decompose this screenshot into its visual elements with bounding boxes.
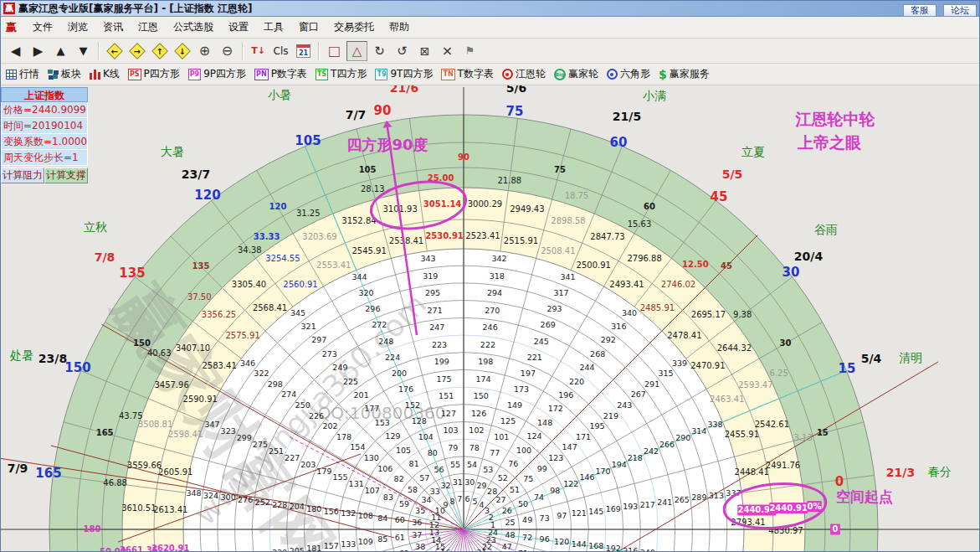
spiral-number: 276: [238, 495, 253, 504]
spiral-number: 270: [485, 306, 500, 315]
spiral-number: 247: [429, 322, 444, 332]
gann-wheel-button[interactable]: 江恩轮: [502, 67, 546, 81]
rim-label-ang: 15: [839, 361, 856, 376]
cls-button[interactable]: Cls: [270, 41, 291, 61]
ring-value: 2485.91: [640, 303, 675, 312]
menu-item-settings[interactable]: 设置: [221, 18, 256, 37]
zoom-out-icon[interactable]: ⊖: [217, 41, 238, 61]
spiral-number: 52: [498, 473, 508, 482]
menu-item-trading[interactable]: 交易委托: [326, 18, 382, 37]
ring-value: 3508.81: [138, 420, 172, 429]
ring-value: 28.13: [361, 184, 385, 193]
t-square-button-label: T四方形: [331, 67, 367, 81]
spiral-number: 221: [527, 353, 542, 362]
spiral-number: 224: [385, 353, 400, 362]
ring-value: 31.25: [296, 209, 321, 218]
price-row: 价格=2440.9099: [1, 102, 88, 118]
spiral-number: 57: [419, 473, 429, 482]
quotes-button[interactable]: 行情: [6, 67, 39, 81]
menu-item-formula-picker[interactable]: 公式选股: [166, 18, 221, 37]
kline-button[interactable]: K线: [90, 67, 120, 81]
t-number-table-button-icon: TN: [441, 69, 454, 80]
move-up-icon[interactable]: ↑: [149, 41, 170, 61]
9p-square-button-icon: P9: [188, 69, 201, 80]
highlighted-value: 2440.91: [769, 503, 808, 513]
winner-wheel-button[interactable]: Big赢家轮: [554, 67, 598, 81]
hexagon-button[interactable]: 六角形: [607, 67, 650, 81]
spiral-number: 83: [383, 493, 393, 502]
spiral-number: 148: [537, 418, 552, 427]
toolbar-separator: [242, 42, 244, 60]
ring-value: 2553.41: [316, 261, 351, 270]
square-tool-icon[interactable]: □: [324, 41, 345, 61]
spiral-number: 73: [540, 513, 550, 523]
kline-button-label: K线: [103, 67, 120, 81]
triangle-tool-icon[interactable]: △: [346, 41, 367, 61]
spiral-number: 300: [221, 493, 236, 502]
ring-value: 37.50: [187, 292, 212, 302]
rotate-cw-icon[interactable]: ↻: [369, 41, 390, 61]
move-right-icon[interactable]: →: [126, 41, 147, 61]
spiral-number: 81: [409, 459, 419, 468]
sectors-button[interactable]: 板块: [48, 67, 81, 81]
calendar-icon: 21: [296, 44, 310, 58]
calc-resistance-button[interactable]: 计算阻力: [1, 168, 44, 183]
forum-button[interactable]: 论坛: [943, 4, 977, 17]
move-left-icon[interactable]: ←: [104, 41, 125, 61]
rotate-ccw-icon[interactable]: ↺: [392, 41, 413, 61]
spiral-number: 75: [523, 474, 533, 483]
9t-square-button[interactable]: T99T四方形: [375, 67, 433, 81]
center-cross-icon[interactable]: ×: [437, 41, 458, 61]
t-number-table-button[interactable]: TNT数字表: [441, 67, 494, 81]
menu-item-gann[interactable]: 江恩: [131, 18, 166, 37]
calendar-icon[interactable]: 21: [293, 41, 314, 61]
spiral-number: 199: [434, 357, 449, 366]
scale-down-icon[interactable]: ▼: [73, 41, 94, 61]
spiral-number: 53: [483, 465, 493, 474]
menu-item-window[interactable]: 窗口: [291, 18, 326, 37]
calc-support-button[interactable]: 计算支撑: [44, 168, 88, 183]
clear-flag-icon[interactable]: ⚑: [459, 41, 480, 61]
winner-service-button[interactable]: $赢家服务: [659, 67, 710, 81]
sector-blocks-icon: [48, 70, 59, 80]
annotation-square90: 四方形90度: [346, 136, 428, 153]
spiral-number: 319: [423, 271, 438, 281]
gann-wheel-button-icon: [502, 69, 513, 80]
spiral-number: 76: [508, 459, 518, 468]
spiral-number: 156: [324, 507, 339, 516]
ring-value: 2583.41: [202, 361, 236, 370]
menu-item-tools[interactable]: 工具: [256, 18, 291, 37]
spiral-number: 241: [657, 498, 672, 507]
spiral-number: 198: [478, 357, 493, 366]
zoom-in-icon[interactable]: ⊕: [194, 41, 215, 61]
rim-label-term: 小满: [643, 89, 666, 102]
winner-service-button-label: 赢家服务: [670, 67, 710, 81]
menu-item-news[interactable]: 资讯: [95, 18, 131, 37]
page-prev-icon[interactable]: ◀: [5, 41, 26, 61]
move-down-icon[interactable]: ↓: [172, 41, 192, 61]
chart-type-toolbar: 行情板块K线PSP四方形P99P四方形PNP数字表TST四方形T99T四方形TN…: [1, 64, 979, 85]
scale-up-icon[interactable]: ▲: [50, 41, 71, 61]
t-square-button[interactable]: TST四方形: [316, 67, 367, 81]
ring-value: 2515.91: [504, 236, 538, 245]
page-next-icon[interactable]: ▶: [28, 41, 49, 61]
menu-item-help[interactable]: 帮助: [382, 18, 417, 37]
chart-area: 赢家财富网www.yingjia360.comQQ:10080036012345…: [1, 85, 979, 551]
rim-label-ang: 120: [194, 188, 220, 203]
ring-value: 15: [817, 428, 829, 437]
p-number-table-button[interactable]: PNP数字表: [254, 67, 307, 81]
t-down-icon[interactable]: T↓: [248, 41, 269, 61]
spiral-number: 108: [358, 511, 373, 520]
spiral-number: 153: [375, 418, 390, 427]
9p-square-button-label: 9P四方形: [203, 67, 246, 81]
ring-value: 2478.41: [667, 331, 701, 340]
ring-value: 2613.41: [153, 505, 187, 514]
customer-service-button[interactable]: 客服: [903, 4, 936, 17]
fit-box-icon[interactable]: ⊠: [414, 41, 435, 61]
9p-square-button[interactable]: P99P四方形: [188, 67, 246, 81]
menu-item-file[interactable]: 文件: [25, 18, 60, 37]
gann-wheel-chart[interactable]: 赢家财富网www.yingjia360.comQQ:10080036012345…: [1, 85, 979, 551]
menu-item-browse[interactable]: 浏览: [60, 18, 95, 37]
spiral-number: 169: [606, 504, 621, 513]
p-square-button[interactable]: PSP四方形: [128, 67, 180, 81]
